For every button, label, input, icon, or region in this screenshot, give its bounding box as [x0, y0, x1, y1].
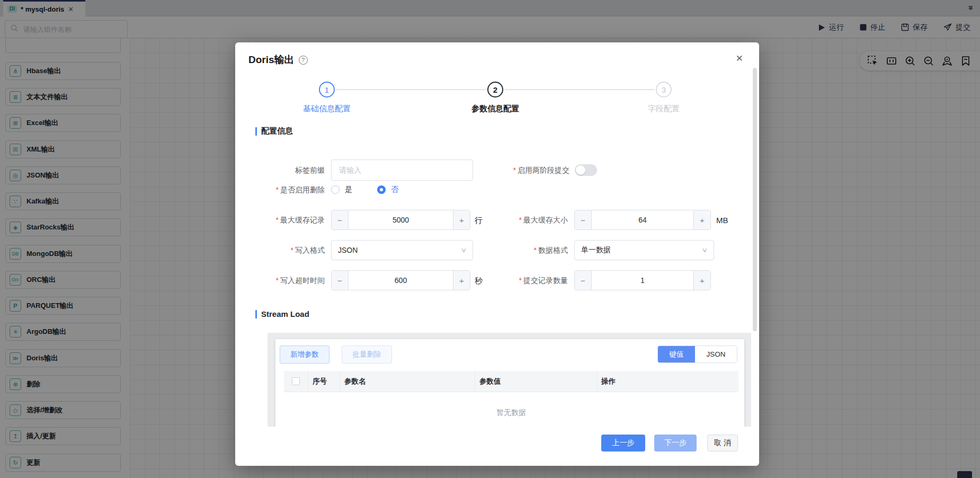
label-prefix-field[interactable] — [331, 160, 473, 181]
section-stream-load: Stream Load — [255, 309, 309, 318]
label-prefix-label: 标签前缀 — [267, 166, 325, 175]
radio-unselected-icon[interactable] — [331, 185, 340, 194]
max-cache-size-label: *最大缓存大小 — [500, 216, 568, 225]
required-asterisk: * — [513, 166, 516, 174]
commit-records-value[interactable]: 1 — [592, 271, 693, 290]
decrement-button[interactable]: − — [575, 210, 592, 229]
increment-button[interactable]: + — [693, 210, 710, 229]
section-bar — [255, 310, 257, 318]
required-asterisk: * — [276, 216, 279, 224]
dialog-close-icon[interactable]: ✕ — [736, 53, 743, 64]
unit-mb: MB — [716, 216, 728, 225]
app-window: DI * mysql-doris ✕ » 运行 停止 保存 — [0, 0, 980, 478]
max-cache-records-label: *最大缓存记录 — [256, 216, 325, 225]
mode-json[interactable]: JSON — [695, 346, 737, 362]
col-value: 参数值 — [475, 371, 597, 392]
enable-delete-radio-no[interactable]: 否 — [377, 185, 398, 194]
batch-delete-button[interactable]: 批量删除 — [342, 346, 392, 364]
doris-output-dialog: Doris输出 ? ✕ 1 基础信息配置 2 参数信息配置 3 字段配置 配置信… — [235, 42, 759, 466]
section-config-info: 配置信息 — [255, 126, 293, 136]
prev-step-button[interactable]: 上一步 — [601, 435, 645, 452]
enable-delete-label: *是否启用删除 — [256, 185, 325, 195]
next-step-button[interactable]: 下一步 — [654, 435, 697, 452]
write-timeout-value[interactable]: 600 — [349, 271, 453, 290]
decrement-button[interactable]: − — [575, 271, 592, 290]
write-format-select[interactable]: JSON ∨ — [331, 240, 473, 260]
commit-records-stepper: − 1 + — [574, 270, 711, 290]
write-timeout-stepper: − 600 + — [331, 270, 470, 290]
two-phase-toggle[interactable] — [575, 164, 597, 176]
empty-state: 暂无数据 — [284, 392, 738, 426]
select-all-checkbox[interactable] — [292, 377, 300, 385]
unit-seconds: 秒 — [475, 276, 483, 286]
unit-rows: 行 — [475, 216, 483, 226]
param-table: 序号 参数名 参数值 操作 暂无数据 — [284, 371, 738, 426]
param-mode-toggle: 键值 JSON — [657, 346, 737, 363]
step-basic-config[interactable]: 1 基础信息配置 — [243, 82, 411, 114]
col-name: 参数名 — [340, 371, 475, 392]
param-table-header: 序号 参数名 参数值 操作 — [284, 371, 738, 392]
write-timeout-label: *写入超时时间 — [256, 276, 325, 286]
step-number: 2 — [487, 82, 503, 98]
radio-selected-icon[interactable] — [377, 185, 386, 194]
commit-records-label: *提交记录数量 — [500, 276, 568, 286]
add-param-button[interactable]: 新增参数 — [280, 346, 329, 364]
mode-key-value[interactable]: 键值 — [658, 346, 695, 362]
modal-scrollbar-thumb[interactable] — [753, 68, 757, 331]
label-prefix-input[interactable] — [338, 165, 466, 175]
increment-button[interactable]: + — [453, 271, 470, 290]
required-asterisk: * — [534, 246, 537, 254]
data-format-label: *数据格式 — [500, 246, 568, 255]
step-field-config[interactable]: 3 字段配置 — [580, 82, 748, 114]
required-asterisk: * — [291, 246, 293, 254]
help-icon[interactable]: ? — [299, 56, 308, 65]
required-asterisk: * — [519, 276, 522, 285]
col-index: 序号 — [308, 371, 340, 392]
required-asterisk: * — [519, 216, 522, 224]
max-cache-size-value[interactable]: 64 — [592, 210, 693, 229]
max-cache-records-stepper: − 5000 + — [331, 210, 470, 230]
increment-button[interactable]: + — [453, 210, 470, 229]
header-checkbox-cell — [284, 371, 308, 392]
increment-button[interactable]: + — [693, 271, 710, 290]
section-bar — [255, 127, 257, 136]
chevron-down-icon: ∨ — [701, 246, 708, 254]
required-asterisk: * — [276, 185, 279, 194]
step-param-config[interactable]: 2 参数信息配置 — [411, 82, 580, 114]
decrement-button[interactable]: − — [332, 271, 349, 290]
step-number: 1 — [319, 82, 335, 98]
step-number: 3 — [656, 82, 672, 98]
max-cache-size-stepper: − 64 + — [574, 210, 711, 230]
max-cache-records-value[interactable]: 5000 — [349, 210, 453, 229]
dialog-title: Doris输出 — [248, 53, 295, 67]
enable-delete-radio-yes[interactable]: 是 — [331, 185, 352, 194]
write-format-label: *写入格式 — [256, 246, 325, 255]
col-action: 操作 — [597, 371, 738, 392]
two-phase-label: *启用两阶段提交 — [487, 166, 569, 175]
required-asterisk: * — [276, 276, 279, 285]
cancel-button[interactable]: 取 消 — [707, 435, 738, 452]
toggle-knob — [576, 165, 585, 175]
data-format-select[interactable]: 单一数据 ∨ — [574, 240, 714, 260]
chevron-down-icon: ∨ — [460, 246, 467, 254]
decrement-button[interactable]: − — [332, 210, 349, 229]
